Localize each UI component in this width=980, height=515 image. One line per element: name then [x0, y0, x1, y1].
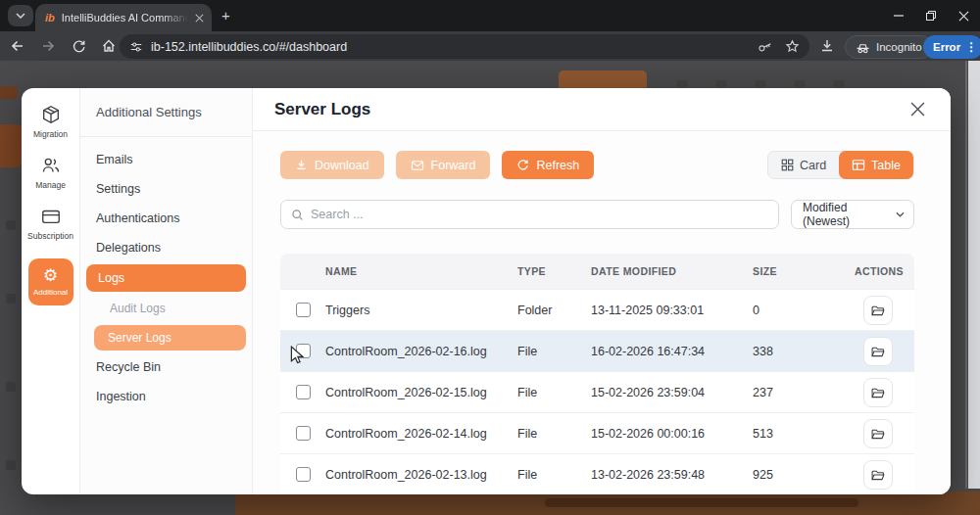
- table-icon: [852, 159, 865, 171]
- address-bar[interactable]: ib-152.intellibuddies.co/#/dashboard: [120, 34, 809, 59]
- cell-name: ControlRoom_2026-02-16.log: [325, 345, 517, 358]
- site-settings-icon[interactable]: [129, 40, 143, 54]
- rail-item-migration[interactable]: Migration: [33, 104, 68, 139]
- rail-label: Subscription: [27, 231, 74, 241]
- search-input[interactable]: [311, 208, 768, 221]
- incognito-icon: [856, 41, 870, 54]
- download-label: Download: [315, 159, 369, 172]
- folder-open-icon: [870, 304, 885, 317]
- dimmed-nav-item: [794, 80, 806, 87]
- sidebar-title: Additional Settings: [80, 88, 252, 137]
- downloads-icon[interactable]: [819, 38, 835, 54]
- sidebar-item-emails[interactable]: Emails: [80, 145, 252, 174]
- table-row[interactable]: ControlRoom_2026-02-15.log File 15-02-20…: [280, 371, 914, 412]
- open-folder-button[interactable]: [863, 378, 893, 407]
- dimmed-sidebar-icon: [6, 460, 16, 470]
- row-checkbox[interactable]: [296, 467, 311, 482]
- row-checkbox[interactable]: [296, 385, 311, 399]
- cell-type: File: [517, 468, 591, 482]
- sidebar-item-authentications[interactable]: Authentications: [80, 204, 252, 233]
- sidebar-item-settings[interactable]: Settings: [80, 174, 252, 204]
- gear-icon: ⚙: [43, 267, 58, 284]
- dimmed-nav-item: [755, 80, 766, 87]
- search-box: [280, 200, 779, 229]
- module-rail: Migration Manage Subscription ⚙ Addition…: [22, 88, 80, 494]
- refresh-label: Refresh: [536, 159, 579, 172]
- logs-table: NAME TYPE DATE MODIFIED SIZE ACTIONS Tri…: [280, 254, 914, 494]
- row-checkbox[interactable]: [296, 303, 311, 317]
- new-tab-button[interactable]: +: [221, 9, 230, 23]
- cell-type: File: [517, 386, 591, 399]
- window-restore-button[interactable]: [914, 0, 948, 31]
- sidebar-item-ingestion[interactable]: Ingestion: [80, 382, 252, 411]
- browser-tab[interactable]: ib IntelliBuddies AI Command Cen: [35, 4, 212, 31]
- sort-select[interactable]: Modified (Newest): [791, 200, 914, 229]
- table-view-button[interactable]: Table: [839, 151, 913, 179]
- favicon-icon: ib: [45, 12, 55, 23]
- people-icon: [40, 155, 62, 176]
- tab-title: IntelliBuddies AI Command Cen: [62, 12, 188, 23]
- browser-menu-error-button[interactable]: Error ⋮: [923, 35, 980, 59]
- cell-name: ControlRoom_2026-02-14.log: [325, 427, 517, 441]
- rail-item-manage[interactable]: Manage: [35, 155, 66, 190]
- cell-size: 338: [753, 345, 841, 358]
- rail-item-subscription[interactable]: Subscription: [27, 206, 74, 241]
- table-row[interactable]: Triggers Folder 13-11-2025 09:33:01 0: [280, 289, 914, 330]
- dimmed-nav-item: [833, 80, 845, 87]
- table-row[interactable]: ControlRoom_2026-02-13.log File 13-02-20…: [280, 453, 914, 494]
- back-icon[interactable]: [5, 33, 30, 59]
- dimmed-sidebar-icon: [6, 220, 16, 230]
- tab-search-button[interactable]: [8, 5, 33, 26]
- cell-date: 13-11-2025 09:33:01: [591, 304, 753, 317]
- mouse-cursor: [290, 346, 305, 365]
- settings-sidebar: Additional Settings Emails Settings Auth…: [80, 88, 253, 494]
- bookmark-star-icon[interactable]: [785, 39, 800, 54]
- col-name: NAME: [325, 265, 517, 277]
- page-scrollbar[interactable]: [968, 61, 980, 489]
- folder-open-icon: [870, 468, 885, 482]
- forward-label: Forward: [431, 159, 476, 172]
- open-folder-button[interactable]: [863, 419, 893, 448]
- passwords-key-icon[interactable]: [758, 40, 773, 54]
- open-folder-button[interactable]: [863, 337, 893, 366]
- browser-titlebar: ib IntelliBuddies AI Command Cen +: [0, 0, 980, 31]
- mail-icon: [411, 160, 424, 171]
- url-text[interactable]: ib-152.intellibuddies.co/#/dashboard: [151, 40, 746, 54]
- package-icon: [40, 104, 62, 125]
- col-size: SIZE: [753, 265, 841, 277]
- rail-item-additional[interactable]: ⚙ Additional: [28, 258, 74, 305]
- table-row[interactable]: ControlRoom_2026-02-14.log File 15-02-20…: [280, 412, 914, 453]
- dialog-close-icon[interactable]: [910, 102, 925, 117]
- window-minimize-button[interactable]: [882, 0, 915, 31]
- row-checkbox[interactable]: [296, 426, 311, 441]
- cell-date: 16-02-2026 16:47:34: [591, 345, 753, 358]
- reload-icon[interactable]: [66, 33, 91, 59]
- forward-button[interactable]: Forward: [396, 151, 491, 179]
- tab-close-icon[interactable]: [195, 14, 204, 23]
- home-icon[interactable]: [96, 33, 122, 59]
- forward-icon[interactable]: [35, 33, 61, 59]
- sidebar-item-recycle-bin[interactable]: Recycle Bin: [80, 352, 252, 382]
- view-toggle: Card Table: [767, 151, 914, 179]
- sidebar-item-audit-logs[interactable]: Audit Logs: [80, 294, 252, 323]
- download-icon: [295, 159, 308, 171]
- download-button[interactable]: Download: [280, 151, 384, 179]
- sidebar-item-server-logs[interactable]: Server Logs: [94, 325, 246, 351]
- dimmed-divider: [965, 61, 967, 489]
- card-label: Card: [800, 159, 826, 172]
- cell-date: 15-02-2026 23:59:04: [591, 386, 753, 399]
- cell-type: File: [517, 427, 591, 441]
- dialog-body: Download Forward Refresh Card: [253, 131, 951, 494]
- open-folder-button[interactable]: [863, 296, 893, 325]
- sidebar-item-delegations[interactable]: Delegations: [80, 233, 252, 262]
- grid-icon: [781, 159, 794, 171]
- dialog-header: Server Logs: [253, 88, 951, 131]
- open-folder-button[interactable]: [863, 460, 893, 490]
- table-row-selected[interactable]: ControlRoom_2026-02-16.log File 16-02-20…: [280, 330, 914, 371]
- dimmed-sidebar-icon: [6, 382, 16, 392]
- card-view-button[interactable]: Card: [768, 151, 839, 179]
- window-close-button[interactable]: [947, 0, 980, 31]
- col-actions: ACTIONS: [841, 265, 914, 277]
- refresh-button[interactable]: Refresh: [502, 151, 594, 179]
- sidebar-item-logs[interactable]: Logs: [86, 264, 246, 292]
